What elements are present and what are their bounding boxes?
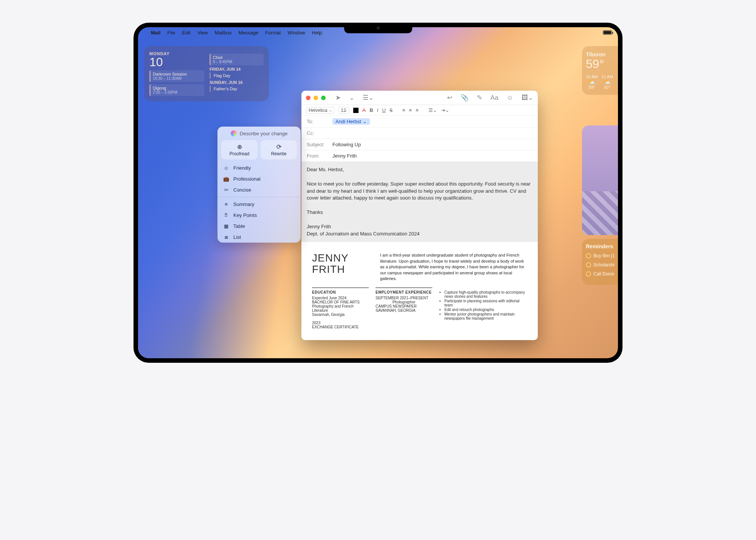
header-fields-icon[interactable]: ☰⌄ (363, 94, 374, 102)
underline-icon[interactable]: U (382, 107, 385, 113)
cv-summary: I am a third-year student undergraduate … (380, 252, 527, 282)
reminder-checkbox[interactable] (586, 253, 591, 258)
zoom-button[interactable] (321, 96, 326, 100)
proofread-button[interactable]: ⊕ Proofread (221, 140, 258, 159)
emoji-icon[interactable]: ☺ (507, 94, 513, 102)
cv-name: FRITH (312, 264, 373, 275)
attach-icon[interactable]: 📎 (461, 94, 469, 102)
photos-widget[interactable] (582, 125, 618, 235)
markup-icon[interactable]: ✎ (477, 94, 482, 102)
cv-emp-heading: EMPLOYMENT EXPERIENCE (376, 290, 432, 294)
menu-help[interactable]: Help (312, 30, 322, 36)
reminders-title: Reminders (586, 243, 614, 249)
list-icon[interactable]: ☰⌄ (428, 107, 437, 113)
magnify-icon: ⊕ (224, 143, 255, 150)
transform-summary[interactable]: ≡ Summary (217, 199, 301, 210)
align-center-icon[interactable]: ≡ (409, 107, 412, 113)
indent-icon[interactable]: ⇥⌄ (441, 107, 449, 113)
menu-mailbox[interactable]: Mailbox (215, 30, 232, 36)
rewrite-button[interactable]: ⟳ Rewrite (261, 140, 297, 159)
cv-edu-heading: EDUCATION (312, 290, 369, 294)
bullets-icon: ⠿ (223, 212, 230, 218)
reminder-item[interactable]: Call Domin (586, 271, 614, 277)
lines-icon: ≡ (223, 201, 230, 207)
bold-icon[interactable]: B (369, 107, 373, 113)
color-swatch[interactable] (353, 108, 359, 113)
rewrite-icon: ⟳ (264, 143, 294, 150)
calendar-item: Flag Day (210, 73, 264, 79)
cc-field[interactable]: Cc: (301, 128, 538, 139)
cv-attachment: JENNY FRITH I am a third-year student un… (307, 247, 532, 334)
strike-icon[interactable]: S̶ (390, 107, 393, 113)
calendar-item: Father's Day (210, 86, 264, 92)
font-select[interactable]: Helvetica (306, 107, 334, 114)
to-field[interactable]: To: Andi Herbst ⌄ (301, 116, 538, 128)
sparkle-icon (231, 130, 237, 136)
transform-table[interactable]: ▦ Table (217, 221, 301, 232)
font-icon[interactable]: Aa (491, 94, 498, 102)
reminder-checkbox[interactable] (586, 262, 591, 268)
calendar-section-header: SUNDAY, JUN 16 (210, 80, 264, 85)
recipient-pill[interactable]: Andi Herbst ⌄ (332, 118, 370, 125)
align-right-icon[interactable]: ≡ (416, 107, 419, 113)
size-select[interactable]: 12 (338, 107, 349, 114)
weather-hour: 11 AM ⛅ 62° (601, 74, 613, 90)
transform-keypoints[interactable]: ⠿ Key Points (217, 210, 301, 221)
menu-window[interactable]: Window (287, 30, 305, 36)
calendar-widget[interactable]: MONDAY 10 Darkroom Session 10:30 – 11:30… (144, 46, 269, 101)
strikethrough-icon[interactable]: A̶ (362, 107, 366, 113)
reminders-widget[interactable]: Reminders Buy film (1: Scholarshi Call D… (582, 239, 618, 285)
reply-icon[interactable]: ↩ (447, 94, 452, 102)
list-icon: ≣ (223, 234, 230, 240)
tone-professional[interactable]: 💼 Professional (217, 173, 301, 184)
close-button[interactable] (306, 96, 310, 100)
menu-view[interactable]: View (197, 30, 208, 36)
menu-edit[interactable]: Edit (182, 30, 190, 36)
weather-icon: ⛅ (601, 79, 613, 85)
calendar-day-number: 10 (149, 56, 204, 68)
send-icon[interactable]: ➤ (335, 94, 341, 102)
tone-concise[interactable]: ✂ Concise (217, 184, 301, 195)
calendar-event: Choir 8 – 8:45PM (210, 54, 264, 65)
minimize-button[interactable] (314, 96, 318, 100)
tone-friendly[interactable]: ☺ Friendly (217, 162, 301, 173)
menu-file[interactable]: File (167, 30, 175, 36)
cv-bullets: Capture high-quality photographs to acco… (439, 290, 527, 320)
format-bar: Helvetica 12 A̶ B I U S̶ ≡ ≡ ≡ ☰⌄ ⇥⌄ (301, 105, 538, 116)
photo-icon[interactable]: 🖼⌄ (522, 94, 533, 102)
weather-temp: 59° (586, 57, 614, 71)
weather-hour: 10 AM ⛅ 59° (586, 74, 598, 90)
weather-widget[interactable]: Tiburon 59° 10 AM ⛅ 59° 11 AM ⛅ 62° (582, 46, 618, 95)
calendar-section-header: FRIDAY, JUN 14 (210, 67, 264, 71)
reminder-item[interactable]: Buy film (1: (586, 253, 614, 258)
from-field[interactable]: From: Jenny Frith (301, 150, 538, 162)
table-icon: ▦ (223, 223, 230, 229)
reminder-checkbox[interactable] (586, 271, 591, 277)
weather-icon: ⛅ (586, 79, 598, 85)
subject-field[interactable]: Subject: Following Up (301, 139, 538, 150)
italic-icon[interactable]: I (377, 107, 379, 113)
calendar-event: Darkroom Session 10:30 – 11:30AM (149, 70, 204, 82)
reminder-item[interactable]: Scholarshi (586, 262, 614, 268)
writing-tools-header[interactable]: Describe your change (217, 127, 301, 140)
menu-format[interactable]: Format (265, 30, 281, 36)
weather-location: Tiburon (586, 51, 614, 57)
cv-name: JENNY (312, 252, 373, 263)
calendar-event: Qigong 2:30 – 3:30PM (149, 84, 204, 96)
smile-icon: ☺ (223, 165, 230, 171)
battery-icon[interactable] (603, 30, 612, 35)
align-left-icon[interactable]: ≡ (402, 107, 405, 113)
compose-window: ➤ ⌄ ☰⌄ ↩ 📎 ✎ Aa ☺ 🖼⌄ Helvetica 12 (301, 91, 538, 340)
chevron-down-icon[interactable]: ⌄ (349, 94, 354, 102)
briefcase-icon: 💼 (223, 176, 230, 182)
window-titlebar: ➤ ⌄ ☰⌄ ↩ 📎 ✎ Aa ☺ 🖼⌄ (301, 91, 538, 105)
writing-tools-panel: Describe your change ⊕ Proofread ⟳ Rewri… (217, 127, 301, 243)
email-body[interactable]: Dear Ms. Herbst, Nice to meet you for co… (301, 162, 538, 242)
app-menu[interactable]: Mail (151, 30, 160, 36)
transform-list[interactable]: ≣ List (217, 232, 301, 243)
scissors-icon: ✂ (223, 187, 230, 193)
menu-message[interactable]: Message (238, 30, 258, 36)
